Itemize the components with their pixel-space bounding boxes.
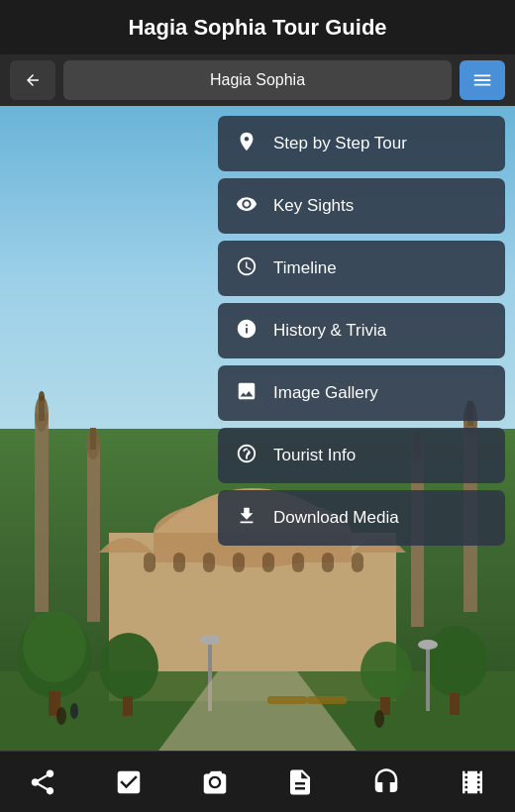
back-icon <box>24 71 42 89</box>
image-gallery-icon <box>234 380 259 407</box>
menu-item-download-media[interactable]: Download Media <box>218 490 505 546</box>
svg-rect-5 <box>87 444 100 622</box>
nav-location-box: Hagia Sophia <box>63 60 452 100</box>
svg-rect-1 <box>35 414 49 612</box>
timeline-icon <box>234 255 259 282</box>
camera-icon <box>200 767 230 797</box>
main-content: Step by Step Tour Key Sights Timeline Hi… <box>0 106 515 751</box>
svg-point-33 <box>360 642 412 701</box>
share-button[interactable] <box>18 758 67 807</box>
menu-item-step-by-step-tour[interactable]: Step by Step Tour <box>218 116 505 171</box>
menu-overlay: Step by Step Tour Key Sights Timeline Hi… <box>218 116 505 546</box>
nav-location-title: Hagia Sophia <box>210 71 305 89</box>
svg-rect-11 <box>144 553 155 572</box>
menu-item-label: Step by Step Tour <box>273 134 407 153</box>
svg-point-38 <box>418 640 438 650</box>
menu-item-tourist-info[interactable]: Tourist Info <box>218 428 505 483</box>
menu-item-label: Image Gallery <box>273 383 378 403</box>
headphones-icon <box>371 767 401 797</box>
document-button[interactable] <box>275 758 325 807</box>
checklist-button[interactable] <box>104 758 154 807</box>
back-button[interactable] <box>10 60 55 100</box>
hamburger-menu-button[interactable] <box>460 60 505 100</box>
step-by-step-icon <box>234 131 259 157</box>
svg-point-36 <box>200 635 220 645</box>
svg-point-4 <box>39 391 45 401</box>
svg-rect-13 <box>203 553 215 572</box>
document-icon <box>285 767 315 797</box>
menu-item-label: Key Sights <box>273 196 354 216</box>
tourist-info-icon <box>234 443 259 469</box>
menu-item-label: Tourist Info <box>273 446 356 465</box>
camera-button[interactable] <box>190 758 240 807</box>
menu-item-image-gallery[interactable]: Image Gallery <box>218 365 505 421</box>
svg-rect-7 <box>90 428 96 450</box>
menu-item-timeline[interactable]: Timeline <box>218 241 505 296</box>
menu-item-key-sights[interactable]: Key Sights <box>218 178 505 234</box>
svg-point-27 <box>23 611 86 682</box>
svg-point-43 <box>374 710 384 728</box>
svg-rect-17 <box>322 553 334 572</box>
download-media-icon <box>234 505 259 532</box>
menu-item-history-trivia[interactable]: History & Trivia <box>218 303 505 358</box>
svg-rect-15 <box>262 553 274 572</box>
svg-rect-18 <box>352 553 363 572</box>
header: Hagia Sophia Tour Guide <box>0 0 515 54</box>
svg-rect-40 <box>307 696 347 704</box>
hamburger-icon <box>471 69 493 91</box>
svg-rect-32 <box>450 693 460 715</box>
menu-item-label: Timeline <box>273 258 337 278</box>
svg-point-31 <box>424 626 487 697</box>
app-title: Hagia Sophia Tour Guide <box>128 15 386 41</box>
svg-rect-16 <box>292 553 304 572</box>
svg-rect-39 <box>267 696 307 704</box>
menu-item-label: History & Trivia <box>273 321 386 341</box>
svg-point-41 <box>56 707 66 725</box>
history-trivia-icon <box>234 318 259 345</box>
video-button[interactable] <box>448 758 497 807</box>
checklist-icon <box>114 767 144 797</box>
svg-rect-14 <box>233 553 245 572</box>
app-container: Hagia Sophia Tour Guide Hagia Sophia <box>0 0 515 812</box>
svg-point-42 <box>70 703 78 719</box>
key-sights-icon <box>234 193 259 220</box>
share-icon <box>28 767 57 797</box>
svg-rect-37 <box>426 647 430 711</box>
audio-button[interactable] <box>361 758 411 807</box>
svg-rect-30 <box>123 696 133 716</box>
bottom-toolbar <box>0 751 515 812</box>
menu-item-label: Download Media <box>273 508 399 528</box>
nav-bar: Hagia Sophia <box>0 54 515 106</box>
video-icon <box>458 767 487 797</box>
svg-rect-12 <box>173 553 185 572</box>
svg-point-29 <box>99 633 158 700</box>
